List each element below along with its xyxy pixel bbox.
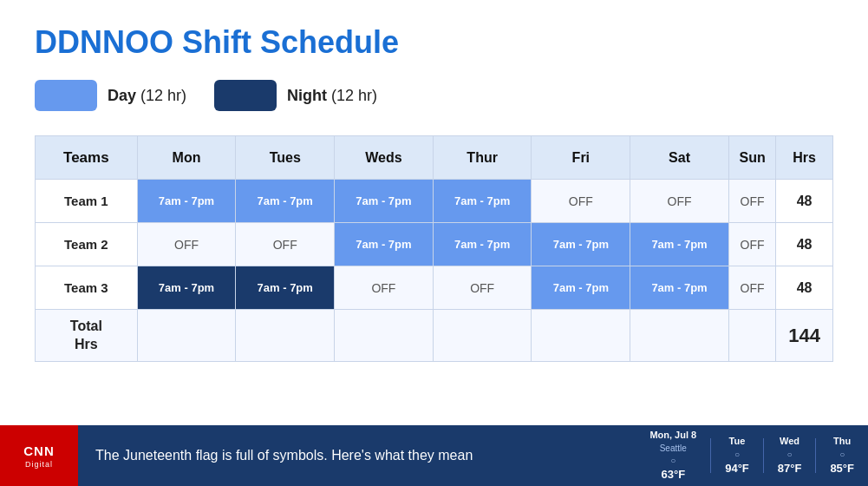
total-empty-cell xyxy=(630,310,729,362)
weather-circle: ○ xyxy=(778,449,802,461)
header-teams: Teams xyxy=(36,136,138,180)
sat-cell: OFF xyxy=(630,180,729,223)
header-row: Teams Mon Tues Weds Thur Fri Sat Sun Hrs xyxy=(36,136,833,180)
weather-divider xyxy=(710,438,711,473)
table-row: Team 37am - 7pm7am - 7pmOFFOFF7am - 7pm7… xyxy=(36,266,833,310)
thur-cell: 7am - 7pm xyxy=(433,180,532,223)
header-thur: Thur xyxy=(433,136,532,180)
legend: Day (12 hr) Night (12 hr) xyxy=(35,80,833,111)
fri-cell: 7am - 7pm xyxy=(532,266,630,310)
header-mon: Mon xyxy=(137,136,236,180)
total-empty-cell xyxy=(433,310,532,362)
sun-cell: OFF xyxy=(728,266,775,310)
mon-cell: 7am - 7pm xyxy=(137,266,236,310)
night-color-box xyxy=(214,80,277,111)
cnn-digital-label: Digital xyxy=(25,460,53,469)
weather-divider xyxy=(815,438,816,473)
schedule-table: Teams Mon Tues Weds Thur Fri Sat Sun Hrs… xyxy=(35,135,833,362)
night-label: Night (12 hr) xyxy=(287,87,377,105)
mon-cell: OFF xyxy=(137,223,236,266)
weather-item: Thu ○ 85°F xyxy=(830,435,854,476)
header-fri: Fri xyxy=(532,136,630,180)
header-tues: Tues xyxy=(236,136,335,180)
total-empty-cell xyxy=(137,310,236,362)
day-label: Day (12 hr) xyxy=(108,87,186,105)
hrs-cell: 48 xyxy=(776,180,833,223)
total-label: TotalHrs xyxy=(36,310,138,362)
weds-cell: OFF xyxy=(335,266,434,310)
header-weds: Weds xyxy=(335,136,434,180)
table-header: Teams Mon Tues Weds Thur Fri Sat Sun Hrs xyxy=(36,136,833,180)
sun-cell: OFF xyxy=(728,180,775,223)
weather-circle: ○ xyxy=(725,449,749,461)
weather-day: Wed xyxy=(778,435,802,448)
mon-cell: 7am - 7pm xyxy=(137,180,236,223)
weather-temp: 85°F xyxy=(830,461,854,476)
sun-cell: OFF xyxy=(728,223,775,266)
header-sat: Sat xyxy=(630,136,729,180)
total-empty-cell xyxy=(335,310,434,362)
table-row: Team 2OFFOFF7am - 7pm7am - 7pm7am - 7pm7… xyxy=(36,223,833,266)
weather-temp: 94°F xyxy=(725,461,749,476)
header-hrs: Hrs xyxy=(776,136,833,180)
weather-circle: ○ xyxy=(830,449,854,461)
table-row: Team 17am - 7pm7am - 7pm7am - 7pm7am - 7… xyxy=(36,180,833,223)
header-sun: Sun xyxy=(728,136,775,180)
tues-cell: 7am - 7pm xyxy=(236,266,335,310)
total-value: 144 xyxy=(776,310,833,362)
weather-day: Tue xyxy=(725,435,749,448)
team-name-cell: Team 2 xyxy=(36,223,138,266)
weather-temp: 63°F xyxy=(649,467,696,483)
tues-cell: 7am - 7pm xyxy=(236,180,335,223)
thur-cell: 7am - 7pm xyxy=(433,223,532,266)
main-content: DDNNOO Shift Schedule Day (12 hr) Night … xyxy=(0,0,868,425)
fri-cell: 7am - 7pm xyxy=(532,223,630,266)
team-name-cell: Team 1 xyxy=(36,180,138,223)
weather-item: Wed ○ 87°F xyxy=(778,435,802,476)
weds-cell: 7am - 7pm xyxy=(335,180,434,223)
ticker-text: The Juneteenth flag is full of symbols. … xyxy=(78,448,649,463)
table-body: Team 17am - 7pm7am - 7pm7am - 7pm7am - 7… xyxy=(36,180,833,362)
hrs-cell: 48 xyxy=(776,266,833,310)
weather-section: Mon, Jul 8 Seattle ○ 63°F Tue ○ 94°F Wed… xyxy=(649,429,868,483)
sat-cell: 7am - 7pm xyxy=(630,266,729,310)
page-title: DDNNOO Shift Schedule xyxy=(35,24,833,61)
weather-day: Thu xyxy=(830,435,854,448)
weds-cell: 7am - 7pm xyxy=(335,223,434,266)
tues-cell: OFF xyxy=(236,223,335,266)
bottom-bar: CNN Digital The Juneteenth flag is full … xyxy=(0,425,868,486)
total-empty-cell xyxy=(532,310,630,362)
weather-location: Seattle xyxy=(649,443,696,455)
fri-cell: OFF xyxy=(532,180,630,223)
hrs-cell: 48 xyxy=(776,223,833,266)
team-name-cell: Team 3 xyxy=(36,266,138,310)
total-empty-cell xyxy=(236,310,335,362)
weather-divider xyxy=(763,438,764,473)
weather-circle: ○ xyxy=(649,455,696,467)
total-empty-cell xyxy=(728,310,775,362)
day-color-box xyxy=(35,80,97,111)
legend-day: Day (12 hr) xyxy=(35,80,186,111)
cnn-logo: CNN Digital xyxy=(0,425,78,486)
weather-item: Mon, Jul 8 Seattle ○ 63°F xyxy=(649,429,696,483)
cnn-text: CNN xyxy=(23,443,55,458)
weather-item: Tue ○ 94°F xyxy=(725,435,749,476)
sat-cell: 7am - 7pm xyxy=(630,223,729,266)
weather-day: Mon, Jul 8 xyxy=(649,429,696,442)
thur-cell: OFF xyxy=(433,266,532,310)
weather-temp: 87°F xyxy=(778,461,802,476)
legend-night: Night (12 hr) xyxy=(214,80,377,111)
total-row: TotalHrs144 xyxy=(36,310,833,362)
